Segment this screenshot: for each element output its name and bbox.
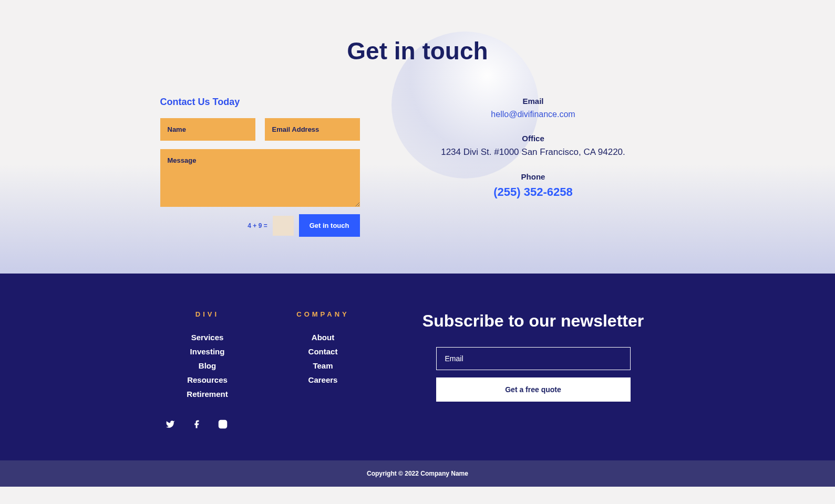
phone-value[interactable]: (255) 352-6258 — [391, 185, 675, 199]
office-label: Office — [391, 134, 675, 143]
footer-link-about[interactable]: About — [276, 333, 370, 342]
footer-col-company: COMPANY About Contact Team Careers — [276, 310, 370, 404]
footer-link-careers[interactable]: Careers — [276, 375, 370, 384]
contact-form: Contact Us Today 4 + 9 = Get in touch — [160, 97, 360, 237]
phone-block: Phone (255) 352-6258 — [391, 172, 675, 199]
footer-row: DIVI Services Investing Blog Resources R… — [160, 310, 675, 404]
footer: DIVI Services Investing Blog Resources R… — [0, 274, 835, 487]
social-row — [160, 419, 675, 429]
newsletter-submit-button[interactable]: Get a free quote — [436, 377, 631, 402]
newsletter-email-input[interactable] — [436, 347, 631, 370]
footer-link-blog[interactable]: Blog — [160, 361, 255, 370]
copyright-bar: Copyright © 2022 Company Name — [0, 460, 835, 487]
email-label: Email — [391, 97, 675, 106]
office-value: 1234 Divi St. #1000 San Francisco, CA 94… — [391, 147, 675, 158]
footer-link-team[interactable]: Team — [276, 361, 370, 370]
email-input[interactable] — [265, 118, 360, 141]
svg-point-2 — [224, 422, 225, 423]
svg-point-1 — [221, 423, 224, 426]
copyright-text: Copyright © 2022 Company Name — [0, 470, 835, 477]
contact-section: Get in touch Contact Us Today 4 + 9 = Ge… — [0, 0, 835, 274]
contact-info: Email hello@divifinance.com Office 1234 … — [391, 97, 675, 237]
message-input[interactable] — [160, 149, 360, 207]
submit-button[interactable]: Get in touch — [299, 214, 360, 237]
instagram-icon[interactable] — [218, 419, 228, 429]
page-title: Get in touch — [0, 37, 835, 65]
captcha-label: 4 + 9 = — [248, 222, 267, 229]
name-input[interactable] — [160, 118, 255, 141]
content-row: Contact Us Today 4 + 9 = Get in touch Em… — [160, 97, 675, 237]
footer-link-investing[interactable]: Investing — [160, 347, 255, 356]
email-block: Email hello@divifinance.com — [391, 97, 675, 119]
footer-link-services[interactable]: Services — [160, 333, 255, 342]
footer-heading-divi: DIVI — [160, 310, 255, 318]
form-row-name-email — [160, 118, 360, 141]
captcha-row: 4 + 9 = Get in touch — [160, 214, 360, 237]
newsletter-col: Subscribe to our newsletter Get a free q… — [391, 310, 675, 404]
footer-link-resources[interactable]: Resources — [160, 375, 255, 384]
footer-link-retirement[interactable]: Retirement — [160, 390, 255, 398]
email-value[interactable]: hello@divifinance.com — [391, 110, 675, 119]
twitter-icon[interactable] — [166, 419, 175, 429]
captcha-input[interactable] — [273, 216, 294, 236]
facebook-icon[interactable] — [192, 419, 201, 429]
footer-heading-company: COMPANY — [276, 310, 370, 318]
footer-col-divi: DIVI Services Investing Blog Resources R… — [160, 310, 255, 404]
newsletter-heading: Subscribe to our newsletter — [391, 310, 675, 331]
office-block: Office 1234 Divi St. #1000 San Francisco… — [391, 134, 675, 158]
contact-form-heading: Contact Us Today — [160, 97, 360, 108]
phone-label: Phone — [391, 172, 675, 181]
footer-link-contact[interactable]: Contact — [276, 347, 370, 356]
